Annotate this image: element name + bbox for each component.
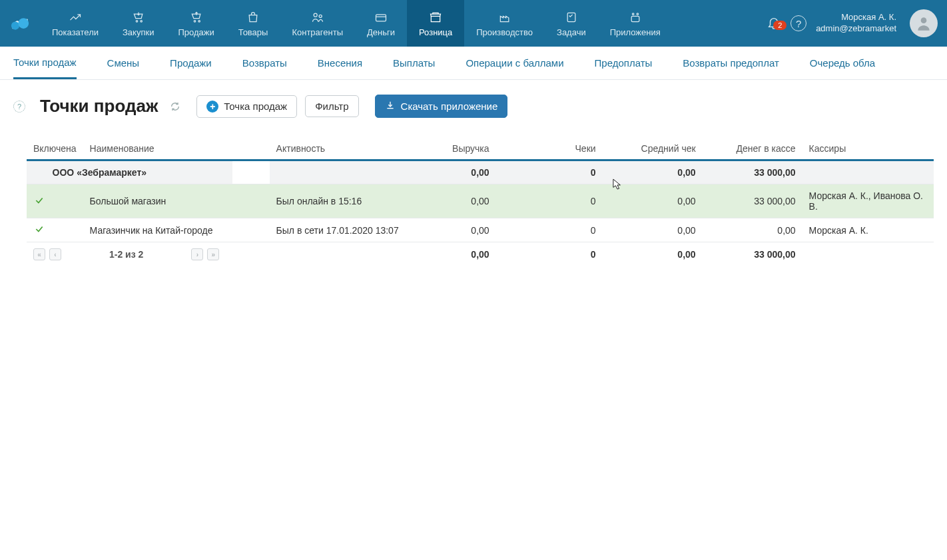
footer-avg: 0,00 bbox=[603, 242, 703, 267]
refresh-icon bbox=[170, 101, 180, 112]
footer-checks: 0 bbox=[496, 242, 603, 267]
col-avg[interactable]: Средний чек bbox=[603, 138, 703, 160]
nav-label: Показатели bbox=[52, 27, 99, 37]
nav-label: Закупки bbox=[123, 27, 154, 37]
col-cashiers[interactable]: Кассиры bbox=[802, 138, 934, 160]
subnav-returns[interactable]: Возвраты bbox=[242, 48, 287, 78]
col-enabled[interactable]: Включена bbox=[27, 138, 83, 160]
logo[interactable] bbox=[0, 0, 40, 47]
top-nav: Показатели Закупки Продажи Товары Контра… bbox=[0, 0, 947, 47]
filter-label: Фильтр bbox=[315, 101, 348, 112]
col-name[interactable]: Наименование bbox=[83, 138, 270, 160]
nav-production[interactable]: Производство bbox=[464, 0, 545, 47]
check-on-icon bbox=[33, 196, 45, 207]
nav-purchases[interactable]: Закупки bbox=[111, 0, 166, 47]
subnav-shifts[interactable]: Смены bbox=[107, 48, 140, 78]
footer-revenue: 0,00 bbox=[416, 242, 496, 267]
page-title: Точки продаж bbox=[40, 96, 158, 117]
user-menu[interactable]: Морская А. К. admin@zebramarket bbox=[816, 12, 896, 35]
table-group-row[interactable]: ООО «Зебрамаркет» 0,00 0 0,00 33 000,00 bbox=[27, 160, 934, 184]
col-activity[interactable]: Активность bbox=[270, 138, 416, 160]
download-app-label: Скачать приложение bbox=[401, 101, 498, 112]
plus-circle-icon: + bbox=[206, 101, 218, 113]
subnav-payouts[interactable]: Выплаты bbox=[393, 48, 435, 78]
svg-point-13 bbox=[921, 17, 927, 23]
svg-point-1 bbox=[18, 18, 29, 29]
subnav-sales[interactable]: Продажи bbox=[170, 48, 212, 78]
group-revenue: 0,00 bbox=[416, 160, 496, 184]
cart-in-icon bbox=[131, 10, 146, 25]
help-button[interactable]: ? bbox=[790, 15, 806, 31]
table-row[interactable]: Магазинчик на Китай-городе Был в сети 17… bbox=[27, 218, 934, 242]
chart-line-icon bbox=[68, 10, 83, 25]
group-avg: 0,00 bbox=[603, 160, 703, 184]
pager-next-button[interactable]: › bbox=[191, 248, 203, 260]
nav-apps[interactable]: Приложения bbox=[598, 0, 673, 47]
row-avg: 0,00 bbox=[603, 218, 703, 242]
row-checks: 0 bbox=[496, 218, 603, 242]
subnav-deposits[interactable]: Внесения bbox=[318, 48, 362, 78]
nav-label: Производство bbox=[476, 27, 533, 37]
nav-label: Приложения bbox=[610, 27, 661, 37]
row-cashiers: Морская А. К. bbox=[802, 218, 934, 242]
checklist-icon bbox=[564, 10, 579, 25]
pager-last-button[interactable]: » bbox=[207, 248, 219, 260]
nav-sales[interactable]: Продажи bbox=[166, 0, 226, 47]
subnav-cloud-queue[interactable]: Очередь обла bbox=[810, 48, 875, 78]
download-app-button[interactable]: Скачать приложение bbox=[375, 95, 508, 118]
subnav-points-ops[interactable]: Операции с баллами bbox=[466, 48, 563, 78]
sub-nav: Точки продаж Смены Продажи Возвраты Внес… bbox=[0, 47, 947, 80]
pager-text: 1-2 из 2 bbox=[109, 249, 143, 260]
avatar[interactable] bbox=[910, 9, 938, 37]
add-pos-button[interactable]: + Точка продаж bbox=[196, 95, 297, 118]
table-row[interactable]: Большой магазин Был онлайн в 15:16 0,00 … bbox=[27, 184, 934, 218]
check-on-icon bbox=[33, 225, 45, 236]
nav-label: Деньги bbox=[367, 27, 395, 37]
footer-cash: 33 000,00 bbox=[703, 242, 802, 267]
pager: « ‹ 1-2 из 2 › » bbox=[33, 248, 263, 260]
col-revenue[interactable]: Выручка bbox=[416, 138, 496, 160]
group-checks: 0 bbox=[496, 160, 603, 184]
wallet-icon bbox=[374, 10, 388, 25]
page-help-icon[interactable]: ? bbox=[13, 101, 25, 113]
nav-money[interactable]: Деньги bbox=[355, 0, 407, 47]
pager-first-button[interactable]: « bbox=[33, 248, 45, 260]
svg-point-11 bbox=[637, 13, 639, 15]
svg-rect-12 bbox=[631, 16, 639, 21]
notifications-button[interactable]: 2 bbox=[767, 15, 781, 32]
group-name: ООО «Зебрамаркет» bbox=[46, 160, 232, 184]
user-name: Морская А. К. bbox=[816, 12, 896, 23]
nav-retail[interactable]: Розница bbox=[407, 0, 464, 47]
nav-label: Товары bbox=[238, 27, 268, 37]
subnav-prepay-returns[interactable]: Возвраты предоплат bbox=[683, 48, 779, 78]
svg-point-2 bbox=[136, 20, 138, 22]
download-icon bbox=[385, 100, 396, 113]
row-name: Магазинчик на Китай-городе bbox=[83, 218, 270, 242]
nav-tasks[interactable]: Задачи bbox=[545, 0, 598, 47]
svg-point-10 bbox=[632, 13, 634, 15]
nav-label: Розница bbox=[419, 27, 452, 37]
row-cash: 0,00 bbox=[703, 218, 802, 242]
filter-button[interactable]: Фильтр bbox=[305, 95, 358, 117]
table-footer-row: « ‹ 1-2 из 2 › » 0,00 0 0,00 33 000,00 bbox=[27, 242, 934, 267]
refresh-button[interactable] bbox=[170, 101, 180, 112]
pos-table: Включена Наименование Активность Выручка… bbox=[27, 138, 934, 266]
subnav-pos[interactable]: Точки продаж bbox=[13, 47, 77, 79]
svg-point-6 bbox=[314, 13, 317, 17]
col-cash[interactable]: Денег в кассе bbox=[703, 138, 802, 160]
nav-label: Задачи bbox=[557, 27, 586, 37]
row-name: Большой магазин bbox=[83, 184, 270, 218]
row-cashiers: Морская А. К., Иванова О. В. bbox=[802, 184, 934, 218]
row-revenue: 0,00 bbox=[416, 184, 496, 218]
subnav-prepayments[interactable]: Предоплаты bbox=[595, 48, 653, 78]
row-revenue: 0,00 bbox=[416, 218, 496, 242]
nav-indicators[interactable]: Показатели bbox=[40, 0, 111, 47]
pager-prev-button[interactable]: ‹ bbox=[49, 248, 61, 260]
users-icon bbox=[310, 10, 325, 25]
add-pos-label: Точка продаж bbox=[224, 101, 287, 112]
nav-contractors[interactable]: Контрагенты bbox=[280, 0, 355, 47]
svg-point-3 bbox=[141, 20, 143, 22]
table-header-row: Включена Наименование Активность Выручка… bbox=[27, 138, 934, 160]
nav-goods[interactable]: Товары bbox=[226, 0, 280, 47]
col-checks[interactable]: Чеки bbox=[496, 138, 603, 160]
